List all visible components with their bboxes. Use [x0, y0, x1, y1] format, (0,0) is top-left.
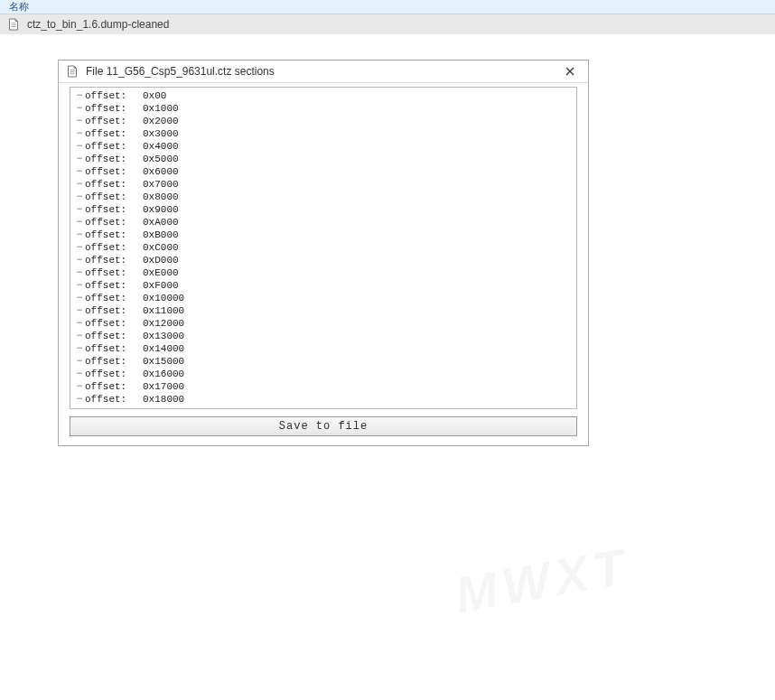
offset-row[interactable]: ⋯offset:0x5000: [74, 153, 576, 165]
tree-connector-icon: ⋯: [74, 92, 85, 100]
tree-connector-icon: ⋯: [74, 244, 85, 252]
offset-value: 0x17000: [139, 381, 184, 392]
tree-connector-icon: ⋯: [74, 130, 85, 138]
tree-connector-icon: ⋯: [74, 168, 85, 176]
offset-row[interactable]: ⋯offset:0xB000: [74, 229, 576, 241]
tree-connector-icon: ⋯: [74, 219, 85, 227]
tree-connector-icon: ⋯: [74, 370, 85, 378]
offset-row[interactable]: ⋯offset:0x9000: [74, 203, 576, 216]
offset-row[interactable]: ⋯offset:0x2000: [74, 115, 576, 127]
dialog-titlebar[interactable]: File 11_G56_Csp5_9631ul.ctz sections: [59, 61, 588, 83]
offset-label: offset:: [85, 103, 139, 114]
offset-value: 0x6000: [139, 166, 179, 177]
offset-value: 0x12000: [139, 318, 184, 329]
tree-connector-icon: ⋯: [74, 155, 85, 163]
save-to-file-button[interactable]: Save to file: [70, 416, 577, 436]
offset-row[interactable]: ⋯offset:0x7000: [74, 178, 576, 191]
offset-row[interactable]: ⋯offset:0xA000: [74, 216, 576, 229]
offset-row[interactable]: ⋯offset:0xD000: [74, 254, 576, 266]
offset-row[interactable]: ⋯offset:0x8000: [74, 191, 576, 203]
offset-row[interactable]: ⋯offset:0x1000: [74, 102, 576, 115]
offset-value: 0xF000: [139, 280, 179, 291]
offset-row[interactable]: ⋯offset:0x13000: [74, 330, 576, 342]
tree-connector-icon: ⋯: [74, 396, 85, 404]
offset-value: 0x3000: [139, 128, 179, 139]
tree-connector-icon: ⋯: [74, 231, 85, 239]
offset-row[interactable]: ⋯offset:0x16000: [74, 368, 576, 380]
close-icon: [565, 67, 574, 76]
offset-row[interactable]: ⋯offset:0x3000: [74, 127, 576, 140]
tree-connector-icon: ⋯: [74, 383, 85, 391]
offset-row[interactable]: ⋯offset:0xE000: [74, 266, 576, 279]
offset-row[interactable]: ⋯offset:0x4000: [74, 140, 576, 153]
offset-label: offset:: [85, 179, 139, 190]
file-list-row[interactable]: ctz_to_bin_1.6.dump-cleaned: [0, 14, 775, 34]
document-icon: [66, 65, 79, 78]
document-icon: [7, 18, 20, 31]
offset-value: 0x11000: [139, 305, 184, 316]
offset-value: 0x8000: [139, 191, 179, 202]
offset-value: 0x10000: [139, 293, 184, 303]
offset-row[interactable]: ⋯offset:0x6000: [74, 165, 576, 178]
close-button[interactable]: [559, 63, 581, 79]
offset-label: offset:: [85, 116, 139, 126]
tree-connector-icon: ⋯: [74, 345, 85, 353]
offset-row[interactable]: ⋯offset:0x15000: [74, 355, 576, 368]
dialog-title: File 11_G56_Csp5_9631ul.ctz sections: [86, 65, 552, 78]
offset-row[interactable]: ⋯offset:0x14000: [74, 342, 576, 355]
offset-value: 0x13000: [139, 331, 184, 341]
tree-connector-icon: ⋯: [74, 181, 85, 189]
offset-label: offset:: [85, 305, 139, 316]
tree-connector-icon: ⋯: [74, 358, 85, 366]
offset-label: offset:: [85, 217, 139, 228]
tree-connector-icon: ⋯: [74, 269, 85, 277]
offset-value: 0x15000: [139, 356, 184, 367]
offset-value: 0x2000: [139, 116, 179, 126]
offset-label: offset:: [85, 381, 139, 392]
offset-label: offset:: [85, 229, 139, 240]
offset-row[interactable]: ⋯offset:0x10000: [74, 292, 576, 304]
offset-label: offset:: [85, 204, 139, 215]
tree-connector-icon: ⋯: [74, 320, 85, 328]
offset-value: 0x5000: [139, 154, 179, 164]
tree-connector-icon: ⋯: [74, 307, 85, 315]
offset-label: offset:: [85, 343, 139, 354]
offset-value: 0x18000: [139, 394, 184, 405]
offset-label: offset:: [85, 369, 139, 379]
tree-connector-icon: ⋯: [74, 294, 85, 303]
file-name-label: ctz_to_bin_1.6.dump-cleaned: [27, 18, 169, 31]
offset-value: 0x4000: [139, 141, 179, 152]
offset-value: 0x16000: [139, 369, 184, 379]
offset-row[interactable]: ⋯offset:0x17000: [74, 380, 576, 393]
sections-dialog: File 11_G56_Csp5_9631ul.ctz sections ⋯of…: [58, 60, 589, 446]
tree-connector-icon: ⋯: [74, 282, 85, 290]
offset-value: 0x7000: [139, 179, 179, 190]
offset-row[interactable]: ⋯offset:0x00: [74, 89, 576, 102]
offset-row[interactable]: ⋯offset:0x11000: [74, 304, 576, 317]
tree-connector-icon: ⋯: [74, 117, 85, 126]
offset-row[interactable]: ⋯offset:0xF000: [74, 279, 576, 292]
dialog-body: ⋯offset:0x00⋯offset:0x1000⋯offset:0x2000…: [59, 83, 588, 445]
column-header-name: 名称: [9, 0, 29, 14]
offset-value: 0x00: [139, 90, 166, 101]
offset-label: offset:: [85, 141, 139, 152]
offset-label: offset:: [85, 280, 139, 291]
offset-value: 0x14000: [139, 343, 184, 354]
watermark-text: MWXT: [451, 537, 634, 625]
tree-connector-icon: ⋯: [74, 143, 85, 151]
sections-tree[interactable]: ⋯offset:0x00⋯offset:0x1000⋯offset:0x2000…: [70, 88, 576, 408]
offset-label: offset:: [85, 318, 139, 329]
tree-connector-icon: ⋯: [74, 193, 85, 201]
tree-connector-icon: ⋯: [74, 206, 85, 214]
tree-connector-icon: ⋯: [74, 257, 85, 265]
offset-value: 0xC000: [139, 242, 179, 253]
offset-value: 0xB000: [139, 229, 179, 240]
tree-connector-icon: ⋯: [74, 332, 85, 341]
offset-row[interactable]: ⋯offset:0xC000: [74, 241, 576, 254]
offset-value: 0xE000: [139, 267, 179, 278]
column-header-bar: 名称: [0, 0, 775, 14]
offset-label: offset:: [85, 166, 139, 177]
offset-row[interactable]: ⋯offset:0x18000: [74, 393, 576, 406]
offset-label: offset:: [85, 293, 139, 303]
offset-row[interactable]: ⋯offset:0x12000: [74, 317, 576, 330]
